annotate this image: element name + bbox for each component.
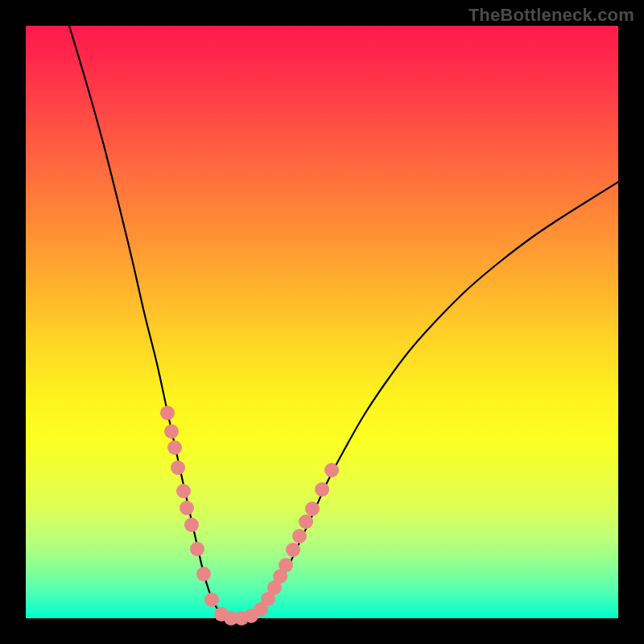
data-dot [196,567,211,581]
data-dot [204,592,219,607]
data-dot [305,502,320,516]
data-dot [167,440,182,455]
data-dot [315,482,329,497]
data-dot [190,542,204,556]
data-dot [180,501,194,515]
curve-left [69,26,235,618]
watermark-text: TheBottleneck.com [469,5,634,26]
data-dot [299,514,313,529]
data-dot [184,518,199,532]
chart-container: TheBottleneck.com [0,0,644,644]
data-dot [286,543,300,557]
data-dot [324,463,339,477]
data-dot [171,460,185,475]
data-dots [160,406,339,625]
data-dot [279,558,293,572]
data-dot [176,484,191,498]
data-dot [164,424,179,439]
data-dot [160,406,175,420]
plot-area [26,26,618,618]
curve-layer [26,26,618,618]
data-dot [292,529,307,543]
